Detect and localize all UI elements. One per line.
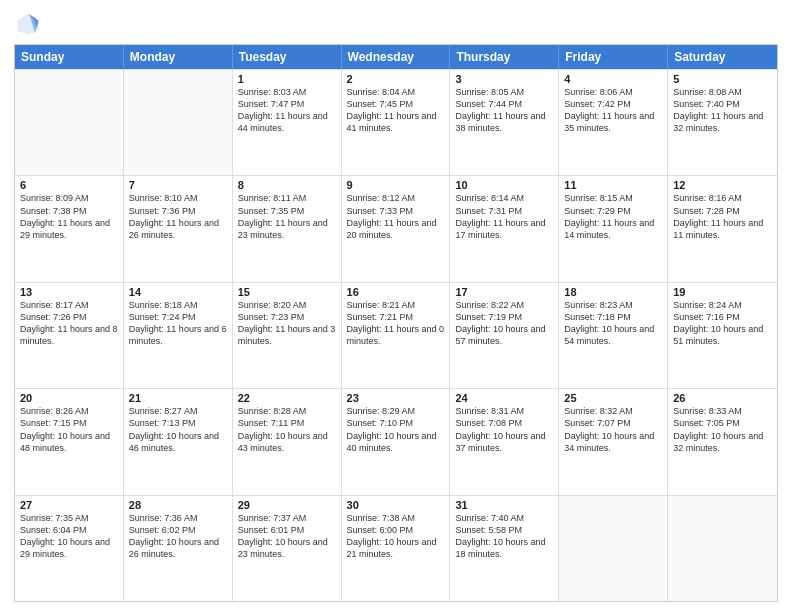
calendar-cell: [124, 70, 233, 175]
calendar-cell: 16Sunrise: 8:21 AM Sunset: 7:21 PM Dayli…: [342, 283, 451, 388]
day-number: 13: [20, 286, 118, 298]
day-number: 19: [673, 286, 772, 298]
calendar-cell: 19Sunrise: 8:24 AM Sunset: 7:16 PM Dayli…: [668, 283, 777, 388]
day-number: 23: [347, 392, 445, 404]
cell-info: Sunrise: 8:18 AM Sunset: 7:24 PM Dayligh…: [129, 299, 227, 348]
cell-info: Sunrise: 7:37 AM Sunset: 6:01 PM Dayligh…: [238, 512, 336, 561]
day-number: 29: [238, 499, 336, 511]
cell-info: Sunrise: 8:14 AM Sunset: 7:31 PM Dayligh…: [455, 192, 553, 241]
calendar-cell: 10Sunrise: 8:14 AM Sunset: 7:31 PM Dayli…: [450, 176, 559, 281]
day-number: 20: [20, 392, 118, 404]
weekday-header: Friday: [559, 45, 668, 69]
calendar-body: 1Sunrise: 8:03 AM Sunset: 7:47 PM Daylig…: [15, 69, 777, 601]
day-number: 6: [20, 179, 118, 191]
calendar-cell: 6Sunrise: 8:09 AM Sunset: 7:38 PM Daylig…: [15, 176, 124, 281]
day-number: 10: [455, 179, 553, 191]
calendar-cell: [668, 496, 777, 601]
calendar-header: SundayMondayTuesdayWednesdayThursdayFrid…: [15, 45, 777, 69]
day-number: 3: [455, 73, 553, 85]
calendar-cell: 8Sunrise: 8:11 AM Sunset: 7:35 PM Daylig…: [233, 176, 342, 281]
day-number: 5: [673, 73, 772, 85]
day-number: 31: [455, 499, 553, 511]
cell-info: Sunrise: 8:31 AM Sunset: 7:08 PM Dayligh…: [455, 405, 553, 454]
cell-info: Sunrise: 7:38 AM Sunset: 6:00 PM Dayligh…: [347, 512, 445, 561]
calendar-cell: 22Sunrise: 8:28 AM Sunset: 7:11 PM Dayli…: [233, 389, 342, 494]
calendar-cell: 13Sunrise: 8:17 AM Sunset: 7:26 PM Dayli…: [15, 283, 124, 388]
weekday-header: Tuesday: [233, 45, 342, 69]
day-number: 22: [238, 392, 336, 404]
cell-info: Sunrise: 8:06 AM Sunset: 7:42 PM Dayligh…: [564, 86, 662, 135]
cell-info: Sunrise: 8:27 AM Sunset: 7:13 PM Dayligh…: [129, 405, 227, 454]
calendar-cell: 20Sunrise: 8:26 AM Sunset: 7:15 PM Dayli…: [15, 389, 124, 494]
day-number: 17: [455, 286, 553, 298]
cell-info: Sunrise: 8:32 AM Sunset: 7:07 PM Dayligh…: [564, 405, 662, 454]
day-number: 8: [238, 179, 336, 191]
cell-info: Sunrise: 8:20 AM Sunset: 7:23 PM Dayligh…: [238, 299, 336, 348]
cell-info: Sunrise: 8:21 AM Sunset: 7:21 PM Dayligh…: [347, 299, 445, 348]
calendar-row: 13Sunrise: 8:17 AM Sunset: 7:26 PM Dayli…: [15, 282, 777, 388]
calendar-cell: 21Sunrise: 8:27 AM Sunset: 7:13 PM Dayli…: [124, 389, 233, 494]
day-number: 7: [129, 179, 227, 191]
calendar-cell: 14Sunrise: 8:18 AM Sunset: 7:24 PM Dayli…: [124, 283, 233, 388]
cell-info: Sunrise: 8:12 AM Sunset: 7:33 PM Dayligh…: [347, 192, 445, 241]
cell-info: Sunrise: 8:03 AM Sunset: 7:47 PM Dayligh…: [238, 86, 336, 135]
calendar-cell: 31Sunrise: 7:40 AM Sunset: 5:58 PM Dayli…: [450, 496, 559, 601]
day-number: 14: [129, 286, 227, 298]
cell-info: Sunrise: 8:23 AM Sunset: 7:18 PM Dayligh…: [564, 299, 662, 348]
weekday-header: Monday: [124, 45, 233, 69]
day-number: 30: [347, 499, 445, 511]
cell-info: Sunrise: 8:28 AM Sunset: 7:11 PM Dayligh…: [238, 405, 336, 454]
calendar-row: 1Sunrise: 8:03 AM Sunset: 7:47 PM Daylig…: [15, 69, 777, 175]
calendar-cell: 7Sunrise: 8:10 AM Sunset: 7:36 PM Daylig…: [124, 176, 233, 281]
cell-info: Sunrise: 8:16 AM Sunset: 7:28 PM Dayligh…: [673, 192, 772, 241]
day-number: 9: [347, 179, 445, 191]
cell-info: Sunrise: 8:26 AM Sunset: 7:15 PM Dayligh…: [20, 405, 118, 454]
cell-info: Sunrise: 8:22 AM Sunset: 7:19 PM Dayligh…: [455, 299, 553, 348]
day-number: 27: [20, 499, 118, 511]
calendar-cell: 5Sunrise: 8:08 AM Sunset: 7:40 PM Daylig…: [668, 70, 777, 175]
header: [14, 10, 778, 38]
day-number: 4: [564, 73, 662, 85]
page: SundayMondayTuesdayWednesdayThursdayFrid…: [0, 0, 792, 612]
cell-info: Sunrise: 8:04 AM Sunset: 7:45 PM Dayligh…: [347, 86, 445, 135]
day-number: 2: [347, 73, 445, 85]
day-number: 21: [129, 392, 227, 404]
day-number: 24: [455, 392, 553, 404]
day-number: 12: [673, 179, 772, 191]
calendar-cell: 27Sunrise: 7:35 AM Sunset: 6:04 PM Dayli…: [15, 496, 124, 601]
calendar-cell: 4Sunrise: 8:06 AM Sunset: 7:42 PM Daylig…: [559, 70, 668, 175]
day-number: 11: [564, 179, 662, 191]
cell-info: Sunrise: 8:24 AM Sunset: 7:16 PM Dayligh…: [673, 299, 772, 348]
day-number: 18: [564, 286, 662, 298]
calendar-cell: 15Sunrise: 8:20 AM Sunset: 7:23 PM Dayli…: [233, 283, 342, 388]
cell-info: Sunrise: 8:08 AM Sunset: 7:40 PM Dayligh…: [673, 86, 772, 135]
cell-info: Sunrise: 7:36 AM Sunset: 6:02 PM Dayligh…: [129, 512, 227, 561]
day-number: 25: [564, 392, 662, 404]
cell-info: Sunrise: 8:10 AM Sunset: 7:36 PM Dayligh…: [129, 192, 227, 241]
day-number: 28: [129, 499, 227, 511]
calendar-cell: 3Sunrise: 8:05 AM Sunset: 7:44 PM Daylig…: [450, 70, 559, 175]
cell-info: Sunrise: 8:33 AM Sunset: 7:05 PM Dayligh…: [673, 405, 772, 454]
cell-info: Sunrise: 8:17 AM Sunset: 7:26 PM Dayligh…: [20, 299, 118, 348]
cell-info: Sunrise: 8:15 AM Sunset: 7:29 PM Dayligh…: [564, 192, 662, 241]
calendar-cell: 12Sunrise: 8:16 AM Sunset: 7:28 PM Dayli…: [668, 176, 777, 281]
calendar-cell: 29Sunrise: 7:37 AM Sunset: 6:01 PM Dayli…: [233, 496, 342, 601]
day-number: 15: [238, 286, 336, 298]
calendar-cell: 11Sunrise: 8:15 AM Sunset: 7:29 PM Dayli…: [559, 176, 668, 281]
calendar-cell: 9Sunrise: 8:12 AM Sunset: 7:33 PM Daylig…: [342, 176, 451, 281]
calendar-cell: [559, 496, 668, 601]
weekday-header: Thursday: [450, 45, 559, 69]
weekday-header: Saturday: [668, 45, 777, 69]
calendar: SundayMondayTuesdayWednesdayThursdayFrid…: [14, 44, 778, 602]
calendar-cell: 25Sunrise: 8:32 AM Sunset: 7:07 PM Dayli…: [559, 389, 668, 494]
cell-info: Sunrise: 8:09 AM Sunset: 7:38 PM Dayligh…: [20, 192, 118, 241]
calendar-cell: 17Sunrise: 8:22 AM Sunset: 7:19 PM Dayli…: [450, 283, 559, 388]
weekday-header: Wednesday: [342, 45, 451, 69]
day-number: 16: [347, 286, 445, 298]
calendar-cell: [15, 70, 124, 175]
cell-info: Sunrise: 8:11 AM Sunset: 7:35 PM Dayligh…: [238, 192, 336, 241]
logo: [14, 10, 46, 38]
calendar-row: 6Sunrise: 8:09 AM Sunset: 7:38 PM Daylig…: [15, 175, 777, 281]
calendar-cell: 24Sunrise: 8:31 AM Sunset: 7:08 PM Dayli…: [450, 389, 559, 494]
cell-info: Sunrise: 7:35 AM Sunset: 6:04 PM Dayligh…: [20, 512, 118, 561]
